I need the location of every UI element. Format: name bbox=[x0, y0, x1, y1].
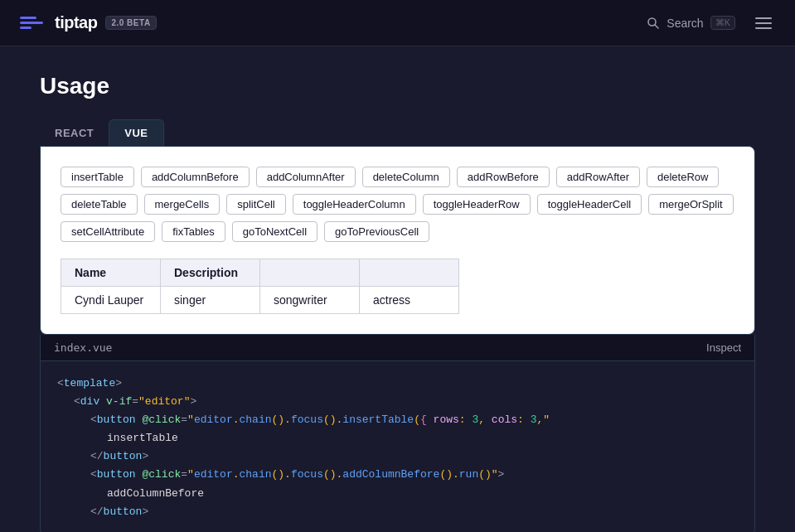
attr-click1: @click bbox=[142, 414, 181, 426]
tag-toggleHeaderColumn[interactable]: toggleHeaderColumn bbox=[293, 194, 416, 215]
table-header-extra2 bbox=[360, 259, 459, 287]
search-label: Search bbox=[667, 17, 703, 30]
code-line-3: <button @click="editor.chain().focus().i… bbox=[90, 411, 738, 429]
angle-open3: < bbox=[90, 414, 97, 426]
tag-button2: button bbox=[97, 468, 136, 481]
code-filename: index.vue bbox=[54, 341, 112, 354]
code-line-4: insertTable bbox=[107, 429, 738, 447]
tag-deleteColumn[interactable]: deleteColumn bbox=[362, 167, 450, 187]
table-row: Cyndi Lauper singer songwriter actress bbox=[61, 287, 459, 314]
table-header-name: Name bbox=[61, 259, 161, 287]
eq3: = bbox=[181, 468, 187, 481]
str-chain2: "editor.chain().focus().addColumnBefore(… bbox=[187, 468, 498, 481]
table-header-description: Description bbox=[161, 259, 260, 287]
menu-button[interactable] bbox=[752, 14, 775, 32]
tag-div: div bbox=[80, 395, 99, 408]
logo-bar-1 bbox=[20, 17, 36, 19]
tag-template: template bbox=[64, 377, 115, 389]
angle-close5: </ bbox=[90, 505, 104, 518]
header-left: tiptap 2.0 BETA bbox=[20, 10, 157, 36]
attr-click2: @click bbox=[142, 468, 181, 481]
header: tiptap 2.0 BETA Search ⌘K bbox=[0, 0, 795, 46]
code-line-1: <template> bbox=[57, 375, 738, 393]
tag-addColumnAfter[interactable]: addColumnAfter bbox=[256, 167, 356, 187]
search-button[interactable]: Search ⌘K bbox=[647, 16, 735, 30]
search-kbd: ⌘K bbox=[710, 16, 735, 30]
tabs: REACT VUE bbox=[40, 119, 755, 146]
angle-gt2: > bbox=[142, 505, 148, 518]
version-badge: 2.0 BETA bbox=[105, 16, 156, 30]
code-line-8: </button> bbox=[90, 503, 738, 521]
menu-icon bbox=[755, 27, 772, 29]
menu-icon bbox=[755, 17, 772, 19]
table-cell-role3: actress bbox=[360, 287, 459, 314]
table-cell-role1: singer bbox=[161, 287, 260, 314]
tag-insertTable[interactable]: insertTable bbox=[61, 167, 134, 187]
logo-icon bbox=[20, 10, 46, 36]
menu-icon bbox=[755, 22, 772, 24]
svg-line-1 bbox=[655, 25, 658, 28]
demo-table: Name Description Cyndi Lauper singer son… bbox=[61, 259, 459, 314]
tag-toggleHeaderRow[interactable]: toggleHeaderRow bbox=[423, 194, 531, 215]
inspect-button[interactable]: Inspect bbox=[706, 341, 741, 354]
tag-mergeOrSplit[interactable]: mergeOrSplit bbox=[648, 194, 734, 215]
tag-button1: button bbox=[97, 414, 136, 426]
table-cell-name: Cyndi Lauper bbox=[61, 287, 161, 314]
tab-react[interactable]: REACT bbox=[40, 119, 109, 146]
code-section: index.vue Inspect <template> <div v-if="… bbox=[40, 335, 755, 532]
tag-deleteTable[interactable]: deleteTable bbox=[61, 194, 138, 215]
code-line-7: addColumnBefore bbox=[107, 485, 738, 503]
tag-splitCell[interactable]: splitCell bbox=[226, 194, 286, 215]
angle-gt1: > bbox=[142, 450, 148, 462]
tag-addColumnBefore[interactable]: addColumnBefore bbox=[141, 167, 250, 187]
eq2: = bbox=[181, 414, 187, 426]
logo-bar-2 bbox=[20, 22, 43, 24]
tag-mergeCells[interactable]: mergeCells bbox=[144, 194, 221, 215]
header-right: Search ⌘K bbox=[647, 14, 775, 32]
page-title: Usage bbox=[40, 73, 755, 99]
attr-vif: v-if bbox=[106, 395, 132, 408]
str-chain1: "editor.chain().focus().insertTable({ ro… bbox=[187, 414, 550, 426]
code-line-6: <button @click="editor.chain().focus().a… bbox=[90, 466, 738, 484]
code-line-2: <div v-if="editor"> bbox=[74, 393, 738, 411]
angle-open: < bbox=[57, 377, 64, 389]
tag-fixTables[interactable]: fixTables bbox=[162, 221, 225, 242]
tag-setCellAttribute[interactable]: setCellAttribute bbox=[61, 221, 155, 242]
tag-button2-close: button bbox=[104, 505, 143, 518]
logo-bar-3 bbox=[20, 27, 32, 29]
angle-close2: > bbox=[190, 395, 196, 408]
brand-name: tiptap bbox=[55, 13, 97, 32]
tag-area: insertTable addColumnBefore addColumnAft… bbox=[61, 167, 734, 242]
table-header-extra1 bbox=[260, 259, 360, 287]
angle-close: > bbox=[115, 377, 122, 389]
str-editor: "editor" bbox=[138, 395, 190, 408]
table-cell-role2: songwriter bbox=[260, 287, 360, 314]
table-header-row: Name Description bbox=[61, 259, 459, 287]
angle-close4: > bbox=[498, 468, 505, 481]
demo-box: insertTable addColumnBefore addColumnAft… bbox=[40, 146, 755, 335]
tag-deleteRow[interactable]: deleteRow bbox=[647, 167, 719, 187]
code-header: index.vue Inspect bbox=[41, 335, 754, 361]
tag-button1-close: button bbox=[104, 450, 143, 462]
code-text-addColumnBefore: addColumnBefore bbox=[107, 487, 204, 500]
tag-toggleHeaderCell[interactable]: toggleHeaderCell bbox=[537, 194, 642, 215]
tag-addRowAfter[interactable]: addRowAfter bbox=[556, 167, 640, 187]
angle-open4: < bbox=[90, 468, 97, 481]
tag-addRowBefore[interactable]: addRowBefore bbox=[457, 167, 550, 187]
main-content: Usage REACT VUE insertTable addColumnBef… bbox=[0, 46, 795, 532]
code-line-5: </button> bbox=[90, 447, 738, 466]
tab-vue[interactable]: VUE bbox=[109, 119, 163, 146]
code-text-insertTable: insertTable bbox=[107, 432, 178, 444]
code-body: <template> <div v-if="editor"> <button @… bbox=[41, 361, 754, 532]
angle-close3: </ bbox=[90, 450, 104, 462]
tag-goToPreviousCell[interactable]: goToPreviousCell bbox=[324, 221, 429, 242]
search-icon bbox=[647, 17, 660, 30]
eq1: = bbox=[132, 395, 138, 408]
tag-goToNextCell[interactable]: goToNextCell bbox=[232, 221, 318, 242]
angle-open2: < bbox=[74, 395, 80, 408]
